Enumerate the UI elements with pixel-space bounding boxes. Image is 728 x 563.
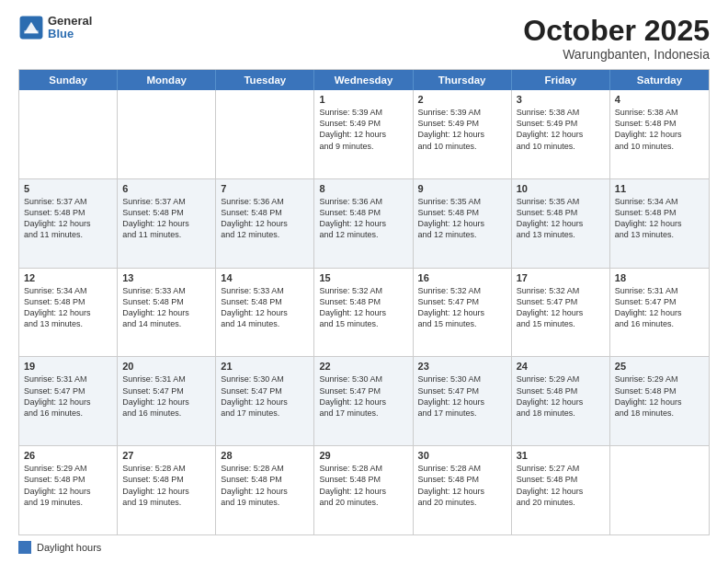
- day-number: 27: [122, 450, 210, 461]
- calendar-cell: 21Sunrise: 5:30 AM Sunset: 5:47 PM Dayli…: [216, 357, 314, 445]
- legend-color-box: [18, 541, 31, 554]
- header-day-monday: Monday: [118, 70, 216, 90]
- day-number: 19: [24, 361, 112, 372]
- calendar-cell: 9Sunrise: 5:35 AM Sunset: 5:48 PM Daylig…: [414, 179, 512, 268]
- calendar-cell: 14Sunrise: 5:33 AM Sunset: 5:48 PM Dayli…: [216, 269, 314, 357]
- logo-icon: [18, 15, 44, 40]
- calendar-cell: 26Sunrise: 5:29 AM Sunset: 5:48 PM Dayli…: [19, 446, 118, 534]
- day-info: Sunrise: 5:29 AM Sunset: 5:48 PM Dayligh…: [24, 463, 112, 508]
- calendar-cell: [216, 90, 314, 178]
- day-number: 11: [615, 183, 704, 194]
- calendar-cell: 1Sunrise: 5:39 AM Sunset: 5:49 PM Daylig…: [314, 90, 413, 178]
- day-number: 26: [24, 450, 112, 461]
- logo-text: General Blue: [48, 15, 92, 41]
- header-day-sunday: Sunday: [19, 70, 118, 90]
- calendar-cell: 27Sunrise: 5:28 AM Sunset: 5:48 PM Dayli…: [118, 446, 216, 534]
- day-info: Sunrise: 5:31 AM Sunset: 5:47 PM Dayligh…: [122, 373, 210, 419]
- calendar-cell: 19Sunrise: 5:31 AM Sunset: 5:47 PM Dayli…: [19, 357, 118, 445]
- calendar-cell: 13Sunrise: 5:33 AM Sunset: 5:48 PM Dayli…: [118, 269, 216, 357]
- calendar-cell: [118, 90, 216, 178]
- calendar-cell: 11Sunrise: 5:34 AM Sunset: 5:48 PM Dayli…: [610, 179, 709, 268]
- title-area: October 2025 Warungbanten, Indonesia: [523, 15, 710, 62]
- calendar-cell: 7Sunrise: 5:36 AM Sunset: 5:48 PM Daylig…: [216, 179, 314, 268]
- calendar: SundayMondayTuesdayWednesdayThursdayFrid…: [18, 69, 710, 535]
- calendar-cell: 8Sunrise: 5:36 AM Sunset: 5:48 PM Daylig…: [314, 179, 413, 268]
- day-number: 22: [319, 361, 407, 372]
- day-number: 13: [122, 272, 210, 283]
- day-number: 9: [418, 183, 506, 194]
- calendar-cell: 31Sunrise: 5:27 AM Sunset: 5:48 PM Dayli…: [512, 446, 610, 534]
- day-number: 7: [221, 183, 309, 194]
- calendar-cell: 18Sunrise: 5:31 AM Sunset: 5:47 PM Dayli…: [610, 269, 709, 357]
- day-number: 6: [122, 183, 210, 194]
- day-number: 23: [418, 361, 506, 372]
- calendar-cell: 29Sunrise: 5:28 AM Sunset: 5:48 PM Dayli…: [314, 446, 413, 534]
- logo: General Blue: [18, 15, 92, 41]
- day-info: Sunrise: 5:36 AM Sunset: 5:48 PM Dayligh…: [319, 196, 407, 241]
- legend: Daylight hours: [18, 541, 710, 554]
- day-info: Sunrise: 5:34 AM Sunset: 5:48 PM Dayligh…: [24, 285, 112, 330]
- day-info: Sunrise: 5:30 AM Sunset: 5:47 PM Dayligh…: [418, 373, 506, 419]
- day-number: 17: [517, 272, 605, 283]
- calendar-cell: 23Sunrise: 5:30 AM Sunset: 5:47 PM Dayli…: [414, 357, 512, 445]
- day-number: 12: [24, 272, 112, 283]
- calendar-week-1: 1Sunrise: 5:39 AM Sunset: 5:49 PM Daylig…: [19, 90, 709, 178]
- calendar-cell: 25Sunrise: 5:29 AM Sunset: 5:48 PM Dayli…: [610, 357, 709, 445]
- calendar-cell: 28Sunrise: 5:28 AM Sunset: 5:48 PM Dayli…: [216, 446, 314, 534]
- day-info: Sunrise: 5:37 AM Sunset: 5:48 PM Dayligh…: [122, 196, 210, 241]
- day-info: Sunrise: 5:38 AM Sunset: 5:49 PM Dayligh…: [517, 107, 605, 152]
- day-number: 14: [221, 272, 309, 283]
- day-info: Sunrise: 5:29 AM Sunset: 5:48 PM Dayligh…: [517, 373, 605, 419]
- day-info: Sunrise: 5:30 AM Sunset: 5:47 PM Dayligh…: [319, 373, 407, 419]
- day-number: 5: [24, 183, 112, 194]
- day-number: 30: [418, 450, 506, 461]
- day-info: Sunrise: 5:29 AM Sunset: 5:48 PM Dayligh…: [615, 373, 704, 419]
- day-info: Sunrise: 5:39 AM Sunset: 5:49 PM Dayligh…: [418, 107, 506, 152]
- day-info: Sunrise: 5:28 AM Sunset: 5:48 PM Dayligh…: [122, 463, 210, 508]
- svg-rect-2: [24, 30, 39, 33]
- day-number: 25: [615, 361, 704, 372]
- day-info: Sunrise: 5:27 AM Sunset: 5:48 PM Dayligh…: [517, 463, 605, 508]
- header-day-tuesday: Tuesday: [216, 70, 314, 90]
- day-number: 16: [418, 272, 506, 283]
- logo-general-text: General: [48, 15, 92, 28]
- day-info: Sunrise: 5:28 AM Sunset: 5:48 PM Dayligh…: [319, 463, 407, 508]
- calendar-cell: [610, 446, 709, 534]
- calendar-cell: 4Sunrise: 5:38 AM Sunset: 5:48 PM Daylig…: [610, 90, 709, 178]
- day-info: Sunrise: 5:30 AM Sunset: 5:47 PM Dayligh…: [221, 373, 309, 419]
- calendar-location: Warungbanten, Indonesia: [523, 47, 710, 62]
- calendar-cell: 22Sunrise: 5:30 AM Sunset: 5:47 PM Dayli…: [314, 357, 413, 445]
- day-info: Sunrise: 5:33 AM Sunset: 5:48 PM Dayligh…: [221, 285, 309, 330]
- day-number: 3: [517, 94, 605, 105]
- header-day-saturday: Saturday: [610, 70, 709, 90]
- day-info: Sunrise: 5:35 AM Sunset: 5:48 PM Dayligh…: [517, 196, 605, 241]
- day-number: 10: [517, 183, 605, 194]
- day-number: 1: [319, 94, 407, 105]
- calendar-week-4: 19Sunrise: 5:31 AM Sunset: 5:47 PM Dayli…: [19, 356, 709, 445]
- header-day-friday: Friday: [512, 70, 610, 90]
- calendar-cell: 20Sunrise: 5:31 AM Sunset: 5:47 PM Dayli…: [118, 357, 216, 445]
- day-info: Sunrise: 5:31 AM Sunset: 5:47 PM Dayligh…: [24, 373, 112, 419]
- day-info: Sunrise: 5:36 AM Sunset: 5:48 PM Dayligh…: [221, 196, 309, 241]
- page: General Blue October 2025 Warungbanten, …: [0, 0, 728, 563]
- calendar-cell: 17Sunrise: 5:32 AM Sunset: 5:47 PM Dayli…: [512, 269, 610, 357]
- calendar-cell: 10Sunrise: 5:35 AM Sunset: 5:48 PM Dayli…: [512, 179, 610, 268]
- day-info: Sunrise: 5:28 AM Sunset: 5:48 PM Dayligh…: [221, 463, 309, 508]
- day-number: 4: [615, 94, 704, 105]
- day-info: Sunrise: 5:34 AM Sunset: 5:48 PM Dayligh…: [615, 196, 704, 241]
- calendar-cell: 5Sunrise: 5:37 AM Sunset: 5:48 PM Daylig…: [19, 179, 118, 268]
- header-day-wednesday: Wednesday: [314, 70, 413, 90]
- day-info: Sunrise: 5:35 AM Sunset: 5:48 PM Dayligh…: [418, 196, 506, 241]
- header-day-thursday: Thursday: [414, 70, 512, 90]
- calendar-cell: 3Sunrise: 5:38 AM Sunset: 5:49 PM Daylig…: [512, 90, 610, 178]
- calendar-week-3: 12Sunrise: 5:34 AM Sunset: 5:48 PM Dayli…: [19, 268, 709, 357]
- day-info: Sunrise: 5:31 AM Sunset: 5:47 PM Dayligh…: [615, 285, 704, 330]
- day-info: Sunrise: 5:32 AM Sunset: 5:48 PM Dayligh…: [319, 285, 407, 330]
- header: General Blue October 2025 Warungbanten, …: [18, 15, 710, 62]
- day-info: Sunrise: 5:39 AM Sunset: 5:49 PM Dayligh…: [319, 107, 407, 152]
- logo-blue-text: Blue: [48, 28, 92, 40]
- legend-label: Daylight hours: [37, 542, 101, 553]
- calendar-body: 1Sunrise: 5:39 AM Sunset: 5:49 PM Daylig…: [19, 90, 709, 534]
- calendar-cell: 12Sunrise: 5:34 AM Sunset: 5:48 PM Dayli…: [19, 269, 118, 357]
- calendar-cell: 30Sunrise: 5:28 AM Sunset: 5:48 PM Dayli…: [414, 446, 512, 534]
